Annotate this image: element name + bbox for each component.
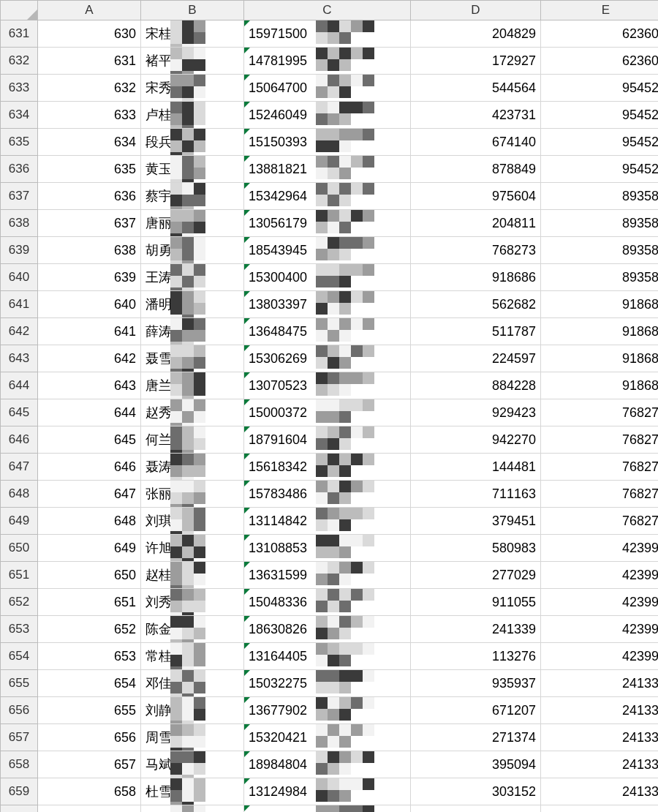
row-header[interactable]: 643 (1, 345, 38, 372)
cell-D[interactable]: 884228 (411, 372, 541, 399)
cell-B[interactable]: 刘秀 (141, 589, 244, 616)
row-header[interactable]: 641 (1, 291, 38, 318)
col-header-E[interactable]: E (541, 1, 659, 20)
row-header[interactable]: 653 (1, 616, 38, 643)
cell-C[interactable]: 18826662 (244, 805, 411, 813)
cell-B[interactable]: 潘明 (141, 291, 244, 318)
cell-A[interactable]: 630 (38, 20, 141, 48)
row-header[interactable]: 649 (1, 508, 38, 535)
cell-B[interactable]: 邓佳 (141, 670, 244, 697)
cell-C[interactable]: 15320421 (244, 724, 411, 751)
cell-C[interactable]: 15618342 (244, 454, 411, 481)
cell-E[interactable]: 241339 (541, 751, 659, 778)
cell-A[interactable]: 646 (38, 454, 141, 481)
cell-A[interactable]: 637 (38, 210, 141, 237)
cell-B[interactable]: 黄玉 (141, 156, 244, 183)
row-header[interactable]: 646 (1, 426, 38, 454)
cell-E[interactable]: 954523 (541, 75, 659, 102)
row-header[interactable]: 650 (1, 535, 38, 562)
cell-C[interactable]: 15000372 (244, 399, 411, 426)
cell-B[interactable]: 周雪 (141, 724, 244, 751)
cell-B[interactable]: 唐兰 (141, 372, 244, 399)
cell-E[interactable]: 241339 (541, 724, 659, 751)
cell-A[interactable]: 641 (38, 318, 141, 345)
cell-D[interactable]: 711163 (411, 481, 541, 508)
cell-A[interactable]: 657 (38, 751, 141, 778)
cell-A[interactable]: 652 (38, 616, 141, 643)
row-header[interactable]: 657 (1, 724, 38, 751)
cell-D[interactable]: 918686 (411, 264, 541, 291)
cell-E[interactable]: 423992 (541, 535, 659, 562)
cell-C[interactable]: 15300400 (244, 264, 411, 291)
cell-B[interactable]: 刘琪 (141, 508, 244, 535)
cell-A[interactable]: 655 (38, 697, 141, 724)
cell-B[interactable]: 蔡宇 (141, 183, 244, 210)
cell-D[interactable]: 144481 (411, 454, 541, 481)
col-header-D[interactable]: D (411, 1, 541, 20)
cell-D[interactable]: 935937 (411, 670, 541, 697)
cell-B[interactable]: 赵桂 (141, 562, 244, 589)
cell-C[interactable]: 15064700 (244, 75, 411, 102)
cell-E[interactable]: 423992 (541, 643, 659, 670)
cell-A[interactable]: 635 (38, 156, 141, 183)
cell-B[interactable]: 褚平 (141, 48, 244, 75)
cell-A[interactable]: 632 (38, 75, 141, 102)
cell-B[interactable]: 聂涛 (141, 454, 244, 481)
cell-D[interactable]: 699041 (411, 805, 541, 813)
cell-C[interactable]: 13108853 (244, 535, 411, 562)
cell-A[interactable]: 642 (38, 345, 141, 372)
cell-A[interactable]: 650 (38, 562, 141, 589)
cell-B[interactable]: 段兵 (141, 129, 244, 156)
row-header[interactable]: 648 (1, 481, 38, 508)
cell-C[interactable]: 13056179 (244, 210, 411, 237)
cell-C[interactable]: 13677902 (244, 697, 411, 724)
cell-E[interactable]: 954523 (541, 102, 659, 129)
cell-E[interactable]: 423992 (541, 616, 659, 643)
select-all-corner[interactable] (1, 1, 38, 20)
col-header-B[interactable]: B (141, 1, 244, 20)
cell-C[interactable]: 13070523 (244, 372, 411, 399)
cell-A[interactable]: 649 (38, 535, 141, 562)
cell-E[interactable]: 918686 (541, 291, 659, 318)
cell-E[interactable]: 768273 (541, 399, 659, 426)
cell-C[interactable]: 13648475 (244, 318, 411, 345)
row-header[interactable]: 642 (1, 318, 38, 345)
cell-C[interactable]: 13803397 (244, 291, 411, 318)
cell-A[interactable]: 656 (38, 724, 141, 751)
cell-E[interactable]: 954523 (541, 129, 659, 156)
cell-D[interactable]: 113276 (411, 643, 541, 670)
cell-B[interactable]: 张丽 (141, 481, 244, 508)
cell-A[interactable]: 634 (38, 129, 141, 156)
cell-E[interactable]: 395094 (541, 805, 659, 813)
cell-D[interactable]: 975604 (411, 183, 541, 210)
cell-E[interactable]: 768273 (541, 508, 659, 535)
cell-C[interactable]: 18543945 (244, 237, 411, 264)
row-header[interactable]: 633 (1, 75, 38, 102)
cell-C[interactable]: 15048336 (244, 589, 411, 616)
cell-E[interactable]: 918686 (541, 318, 659, 345)
cell-E[interactable]: 768273 (541, 481, 659, 508)
cell-C[interactable]: 18630826 (244, 616, 411, 643)
cell-A[interactable]: 654 (38, 670, 141, 697)
grid-table[interactable]: A B C D E 631630宋桂1597150020482962360063… (0, 0, 658, 812)
row-header[interactable]: 637 (1, 183, 38, 210)
cell-A[interactable]: 659 (38, 805, 141, 813)
cell-D[interactable]: 511787 (411, 318, 541, 345)
cell-B[interactable]: 杜雪 (141, 778, 244, 805)
cell-C[interactable]: 18791604 (244, 426, 411, 454)
cell-D[interactable]: 544564 (411, 75, 541, 102)
cell-A[interactable]: 651 (38, 589, 141, 616)
cell-D[interactable]: 580983 (411, 535, 541, 562)
cell-A[interactable]: 647 (38, 481, 141, 508)
cell-D[interactable]: 395094 (411, 751, 541, 778)
cell-D[interactable]: 562682 (411, 291, 541, 318)
cell-D[interactable]: 929423 (411, 399, 541, 426)
cell-C[interactable]: 15150393 (244, 129, 411, 156)
cell-D[interactable]: 241339 (411, 616, 541, 643)
cell-B[interactable]: 赵秀 (141, 399, 244, 426)
cell-B[interactable]: 宋秀 (141, 75, 244, 102)
cell-C[interactable]: 15306269 (244, 345, 411, 372)
cell-B[interactable]: 马斌 (141, 751, 244, 778)
row-header[interactable]: 639 (1, 237, 38, 264)
cell-E[interactable]: 918686 (541, 345, 659, 372)
